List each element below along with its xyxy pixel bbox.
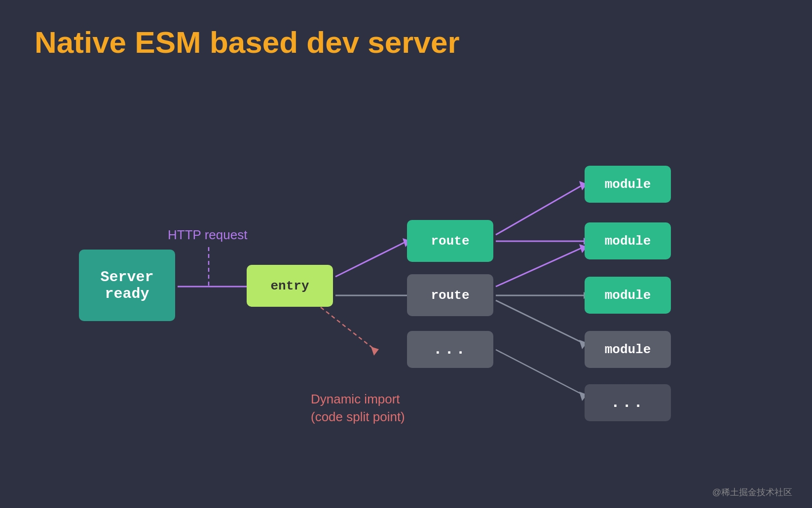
route1-label: route	[431, 234, 469, 249]
server-ready-label: Server ready	[100, 269, 153, 302]
route2-label: route	[431, 288, 469, 303]
svg-line-15	[496, 247, 584, 287]
watermark: @稀土掘金技术社区	[712, 486, 792, 498]
entry-label: entry	[270, 279, 309, 293]
server-ready-node: Server ready	[79, 250, 175, 321]
svg-line-17	[496, 300, 584, 343]
module2-node: module	[585, 222, 671, 259]
module4-node: module	[585, 331, 671, 368]
module3-label: module	[605, 288, 651, 303]
slide: Native ESM based dev server	[0, 0, 812, 508]
slide-title: Native ESM based dev server	[35, 25, 777, 60]
module4-label: module	[605, 342, 651, 357]
entry-node: entry	[247, 265, 333, 307]
dots-right-node: ...	[585, 384, 671, 421]
dynamic-import-label: Dynamic import (code split point)	[311, 390, 405, 426]
svg-marker-8	[371, 347, 379, 356]
http-request-label: HTTP request	[168, 227, 247, 243]
dots-left-label: ...	[433, 340, 468, 359]
svg-line-3	[335, 241, 407, 277]
svg-line-7	[321, 307, 375, 350]
module1-label: module	[605, 177, 651, 192]
module1-node: module	[585, 166, 671, 203]
route1-node: route	[407, 220, 493, 262]
diagram: Server ready entry route route ... modul…	[35, 79, 777, 464]
route2-node: route	[407, 274, 493, 316]
dots-right-label: ...	[611, 394, 645, 412]
dots-left-node: ...	[407, 331, 493, 368]
svg-line-19	[496, 350, 584, 395]
svg-line-9	[496, 184, 584, 235]
module3-node: module	[585, 277, 671, 314]
module2-label: module	[605, 234, 651, 249]
